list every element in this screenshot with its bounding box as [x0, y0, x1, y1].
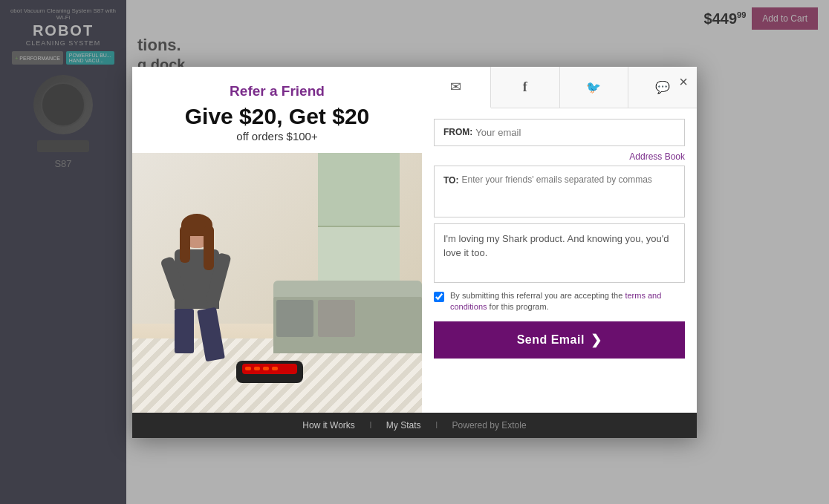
send-email-button[interactable]: Send Email ❯ [434, 321, 685, 359]
tab-email[interactable]: ✉ [422, 67, 491, 108]
address-book-row: Address Book [434, 149, 685, 163]
sofa [273, 294, 422, 353]
twitter-icon: 🐦 [586, 80, 601, 94]
modal-body: Refer a Friend Give $20, Get $20 off ord… [132, 67, 697, 413]
terms-text: By submitting this referral you are acce… [450, 290, 685, 313]
to-field-wrapper: TO: [434, 166, 685, 217]
footer-my-stats[interactable]: My Stats [386, 420, 421, 431]
modal-footer: How it Works I My Stats I Powered by Ext… [132, 413, 697, 438]
person-figure [155, 220, 219, 361]
terms-row: By submitting this referral you are acce… [434, 290, 685, 313]
facebook-icon: f [523, 79, 527, 95]
footer-how-it-works[interactable]: How it Works [302, 420, 354, 431]
email-icon: ✉ [450, 79, 461, 95]
from-label: FROM: [443, 127, 472, 137]
message-input[interactable]: I'm loving my Shark product. And knowing… [434, 223, 685, 283]
window [318, 153, 400, 301]
footer-powered-by: Powered by Extole [452, 420, 527, 431]
vacuum-cleaner [236, 361, 303, 383]
referral-modal: × Refer a Friend Give $20, Get $20 off o… [132, 67, 697, 438]
close-button[interactable]: × [679, 74, 688, 89]
give-get-text: Give $20, Get $20 [150, 104, 404, 128]
modal-title: Refer a Friend [150, 83, 404, 99]
modal-header: Refer a Friend Give $20, Get $20 off ord… [132, 67, 422, 153]
off-orders-text: off orders $100+ [150, 130, 404, 143]
from-field-wrapper: FROM: [434, 119, 685, 146]
modal-left-panel: Refer a Friend Give $20, Get $20 off ord… [132, 67, 422, 413]
from-email-input[interactable] [475, 127, 675, 138]
tab-facebook[interactable]: f [491, 67, 560, 108]
send-arrow-icon: ❯ [591, 332, 602, 348]
to-label: TO: [443, 174, 458, 186]
send-email-label: Send Email [517, 333, 585, 347]
share-tabs: ✉ f 🐦 💬 [422, 67, 697, 108]
to-emails-input[interactable] [461, 174, 675, 209]
address-book-link[interactable]: Address Book [629, 151, 685, 162]
messenger-icon: 💬 [655, 80, 670, 94]
tab-twitter[interactable]: 🐦 [560, 67, 629, 108]
modal-overlay: × Refer a Friend Give $20, Get $20 off o… [0, 0, 829, 504]
modal-right-panel: ✉ f 🐦 💬 FROM: [422, 67, 697, 413]
footer-sep1: I [369, 420, 371, 431]
modal-image [132, 153, 422, 413]
terms-checkbox[interactable] [434, 292, 444, 302]
email-form: FROM: Address Book TO: [422, 108, 697, 413]
footer-sep2: I [435, 420, 438, 431]
